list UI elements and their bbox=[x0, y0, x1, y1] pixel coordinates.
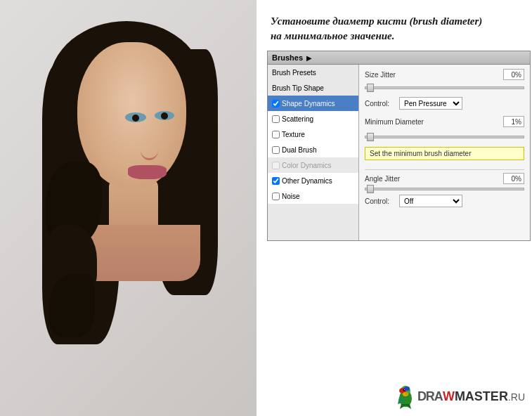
brush-content: Size Jitter 0% Control: Pen Pressure bbox=[359, 65, 530, 240]
control-row-2: Control: Off bbox=[365, 195, 524, 207]
sidebar-item-brush-tip-shape[interactable]: Brush Tip Shape bbox=[268, 80, 358, 96]
sidebar-item-texture[interactable]: Texture bbox=[268, 126, 358, 142]
tooltip-box: Set the minimum brush diameter bbox=[365, 147, 524, 160]
panel-body: Brush Presets Brush Tip Shape Shape Dyna… bbox=[268, 65, 530, 240]
slider-track-3 bbox=[365, 188, 524, 190]
panel-title: Brushes bbox=[272, 53, 303, 62]
slider-track-2 bbox=[365, 136, 524, 138]
checkbox-noise[interactable] bbox=[272, 193, 280, 200]
checkbox-texture[interactable] bbox=[272, 131, 280, 138]
slider-track-1 bbox=[365, 86, 524, 89]
instruction-line2: на минимальное значение. bbox=[271, 29, 531, 44]
nose bbox=[141, 141, 158, 160]
control-select-1[interactable]: Pen Pressure bbox=[399, 97, 462, 110]
brush-sidebar: Brush Presets Brush Tip Shape Shape Dyna… bbox=[268, 65, 359, 240]
sidebar-label-dual-brush: Dual Brush bbox=[282, 146, 316, 154]
sidebar-label-other-dynamics: Other Dynamics bbox=[282, 177, 332, 185]
watermark-text: DRA W MASTER . RU bbox=[417, 389, 525, 404]
panel-header: Brushes ▶ bbox=[268, 51, 530, 65]
sidebar-item-brush-presets[interactable]: Brush Presets bbox=[268, 65, 358, 80]
sidebar-label-texture: Texture bbox=[282, 131, 305, 138]
main-container: Установите диаметр кисти (brush diameter… bbox=[0, 0, 532, 416]
sidebar-label-noise: Noise bbox=[282, 193, 300, 200]
slider-thumb-2[interactable] bbox=[367, 133, 374, 141]
sidebar-label-shape-dynamics: Shape Dynamics bbox=[282, 100, 335, 108]
checkbox-scattering[interactable] bbox=[272, 115, 280, 123]
parrot-icon bbox=[396, 384, 415, 409]
angle-jitter-row: Angle Jitter 0% bbox=[365, 173, 524, 184]
svg-point-6 bbox=[404, 389, 405, 390]
eye-left bbox=[125, 112, 146, 122]
checkbox-color-dynamics bbox=[272, 162, 280, 169]
size-jitter-value: 0% bbox=[503, 69, 524, 80]
watermark-master: MASTER bbox=[455, 389, 508, 404]
watermark-w: W bbox=[443, 389, 455, 404]
slider-thumb-3[interactable] bbox=[367, 185, 374, 193]
size-jitter-row: Size Jitter 0% bbox=[365, 69, 524, 80]
sidebar-item-other-dynamics[interactable]: Other Dynamics bbox=[268, 173, 358, 188]
min-diameter-slider[interactable] bbox=[365, 133, 524, 141]
min-diameter-label: Minimum Diameter bbox=[365, 118, 435, 126]
sidebar-label-color-dynamics: Color Dynamics bbox=[282, 162, 332, 169]
image-area bbox=[0, 0, 257, 416]
panel-arrow[interactable]: ▶ bbox=[306, 54, 312, 62]
sidebar-item-noise[interactable]: Noise bbox=[268, 188, 358, 204]
size-jitter-slider[interactable] bbox=[365, 84, 524, 92]
min-diameter-value: 1% bbox=[503, 116, 524, 127]
checkbox-other-dynamics[interactable] bbox=[272, 177, 280, 185]
control-label-1: Control: bbox=[365, 100, 396, 108]
bottom-bar: DRA W MASTER . RU bbox=[396, 384, 525, 409]
checkbox-shape-dynamics[interactable] bbox=[272, 100, 280, 108]
sidebar-item-dual-brush[interactable]: Dual Brush bbox=[268, 142, 358, 157]
right-area: Установите диаметр кисти (brush diameter… bbox=[257, 0, 532, 416]
angle-jitter-label: Angle Jitter bbox=[365, 175, 435, 183]
sidebar-item-shape-dynamics[interactable]: Shape Dynamics bbox=[268, 96, 358, 111]
checkbox-dual-brush[interactable] bbox=[272, 146, 280, 154]
angle-jitter-value: 0% bbox=[503, 173, 524, 184]
instruction-text: Установите диаметр кисти (brush diameter… bbox=[267, 11, 531, 44]
sidebar-label-brush-presets: Brush Presets bbox=[272, 69, 316, 77]
control-row-1: Control: Pen Pressure bbox=[365, 97, 524, 110]
brushes-panel: Brushes ▶ Brush Presets Brush Tip Shape bbox=[267, 51, 531, 241]
tooltip-text: Set the minimum brush diameter bbox=[370, 150, 472, 157]
sidebar-label-scattering: Scattering bbox=[282, 115, 313, 123]
sidebar-label-brush-tip-shape: Brush Tip Shape bbox=[272, 84, 324, 92]
slider-thumb-1[interactable] bbox=[367, 84, 374, 92]
angle-jitter-slider[interactable] bbox=[365, 185, 524, 193]
watermark-ru: RU bbox=[511, 391, 525, 403]
control-select-2[interactable]: Off bbox=[399, 195, 462, 207]
sidebar-item-scattering[interactable]: Scattering bbox=[268, 111, 358, 126]
svg-point-5 bbox=[403, 389, 405, 391]
watermark-draw: DRA bbox=[417, 389, 443, 404]
size-jitter-label: Size Jitter bbox=[365, 71, 435, 79]
instruction-line1: Установите диаметр кисти (brush diameter… bbox=[271, 14, 531, 29]
lips bbox=[128, 165, 167, 179]
control-label-2: Control: bbox=[365, 197, 396, 205]
portrait bbox=[0, 0, 257, 416]
hair-curl-3 bbox=[49, 274, 95, 337]
face-area bbox=[42, 21, 211, 344]
eye-right bbox=[155, 111, 174, 120]
sidebar-item-color-dynamics: Color Dynamics bbox=[268, 157, 358, 173]
angle-jitter-section: Angle Jitter 0% Control: Off bbox=[365, 169, 524, 209]
min-diameter-row: Minimum Diameter 1% bbox=[365, 116, 524, 127]
